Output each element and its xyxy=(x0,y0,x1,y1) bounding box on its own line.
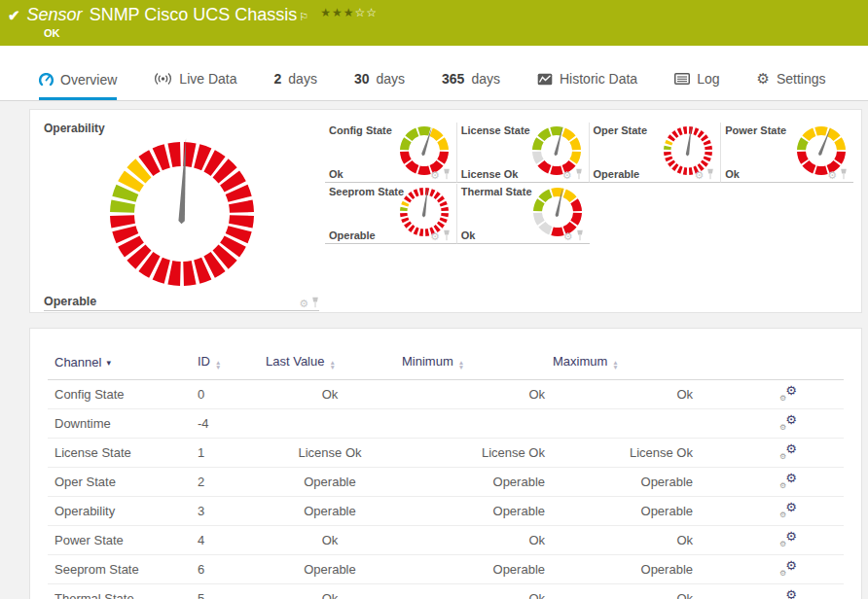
star-empty-icon[interactable]: ☆ xyxy=(355,6,367,19)
priority-stars[interactable]: ★★★☆☆ xyxy=(320,6,378,19)
channel-settings-icon[interactable]: ⚙⚙ xyxy=(779,443,797,459)
last-value-cell: Operable xyxy=(262,468,398,497)
tab-overview[interactable]: Overview xyxy=(39,72,117,101)
id-cell: 0 xyxy=(194,380,262,409)
star-filled-icon[interactable]: ★ xyxy=(332,6,344,19)
gauge-cell-power-state: Power StateOk⚙ xyxy=(721,123,853,183)
sort-icon[interactable]: ▲▼ xyxy=(458,360,464,370)
pin-icon[interactable] xyxy=(576,229,584,241)
minimum-cell: Ok xyxy=(398,380,549,409)
tab-label: days xyxy=(376,71,405,87)
pin-icon[interactable] xyxy=(840,168,848,180)
actions-cell: ⚙⚙ xyxy=(697,439,844,468)
star-empty-icon[interactable]: ☆ xyxy=(366,6,378,19)
id-cell: 4 xyxy=(194,526,262,555)
tab-label: days xyxy=(471,71,500,87)
live-data-icon xyxy=(154,72,172,86)
minimum-cell xyxy=(398,409,549,439)
channel-settings-icon[interactable]: ⚙⚙ xyxy=(779,473,797,488)
gauge-cell-oper-state: Oper StateOperable⚙ xyxy=(590,123,722,183)
channel-settings-icon[interactable]: ⚙⚙ xyxy=(779,414,797,430)
tab-range-number: 2 xyxy=(274,71,282,87)
channel-settings-icon[interactable]: ⚙⚙ xyxy=(779,385,797,401)
tab-label: days xyxy=(288,71,317,87)
last-value-cell: Operable xyxy=(262,555,398,584)
tab-log[interactable]: Log xyxy=(674,71,719,100)
maximum-cell: License Ok xyxy=(549,439,697,468)
gear-icon[interactable]: ⚙ xyxy=(430,170,440,180)
channels-panel: Channel▾ID▲▼Last Value▲▼Minimum▲▼Maximum… xyxy=(29,328,862,599)
gauge-value: Operable xyxy=(329,229,376,241)
maximum-cell xyxy=(549,409,697,439)
id-cell: 2 xyxy=(194,468,262,497)
pin-icon[interactable] xyxy=(706,168,714,180)
column-header-actions xyxy=(697,348,844,380)
pin-icon[interactable] xyxy=(443,168,451,180)
id-cell: 1 xyxy=(194,439,262,468)
tab-label: Live Data xyxy=(179,71,236,87)
table-row: License State1License OkLicense OkLicens… xyxy=(48,439,844,468)
channel-settings-icon[interactable]: ⚙⚙ xyxy=(779,560,797,576)
gear-icon[interactable]: ⚙ xyxy=(563,231,573,241)
actions-cell: ⚙⚙ xyxy=(697,584,844,599)
table-row: Operability3OperableOperableOperable⚙⚙ xyxy=(48,497,844,526)
channel-settings-icon[interactable]: ⚙⚙ xyxy=(779,589,797,599)
channel-cell[interactable]: Oper State xyxy=(48,468,194,497)
column-label: ID xyxy=(198,354,210,369)
sort-desc-icon[interactable]: ▾ xyxy=(106,358,111,368)
column-header-minimum[interactable]: Minimum▲▼ xyxy=(398,348,549,380)
tab-live-data[interactable]: Live Data xyxy=(154,71,236,100)
sort-icon[interactable]: ▲▼ xyxy=(612,360,618,370)
gauge-value: Ok xyxy=(461,229,476,241)
table-row: Config State0OkOkOk⚙⚙ xyxy=(48,380,844,409)
gauges-panel: Operability Operable ⚙ Config StateOk⚙Li… xyxy=(29,109,862,313)
sort-icon[interactable]: ▲▼ xyxy=(215,360,221,370)
channel-settings-icon[interactable]: ⚙⚙ xyxy=(779,502,797,517)
sort-icon[interactable]: ▲▼ xyxy=(329,360,335,370)
gear-icon[interactable]: ⚙ xyxy=(694,170,704,180)
actions-cell: ⚙⚙ xyxy=(697,380,844,409)
star-filled-icon[interactable]: ★ xyxy=(320,6,332,19)
flag-icon[interactable]: ⚐ xyxy=(299,11,308,23)
maximum-cell: Operable xyxy=(549,555,697,584)
gauge-value: Operable xyxy=(594,168,640,180)
pin-icon[interactable] xyxy=(443,229,451,241)
id-cell: 6 xyxy=(194,555,262,584)
channel-settings-icon[interactable]: ⚙⚙ xyxy=(779,531,797,546)
gear-icon[interactable]: ⚙ xyxy=(562,170,572,180)
channel-cell[interactable]: Downtime xyxy=(48,409,194,439)
channel-cell[interactable]: Config State xyxy=(48,380,194,409)
last-value-cell: Ok xyxy=(262,380,398,409)
column-header-last-value[interactable]: Last Value▲▼ xyxy=(262,348,398,380)
pin-icon[interactable] xyxy=(311,297,319,308)
channel-cell[interactable]: Operability xyxy=(48,497,194,526)
actions-cell: ⚙⚙ xyxy=(697,497,844,526)
channel-cell[interactable]: Seeprom State xyxy=(48,555,194,584)
column-header-id[interactable]: ID▲▼ xyxy=(194,348,262,380)
minimum-cell: Ok xyxy=(398,526,549,555)
channel-cell[interactable]: Thermal State xyxy=(48,584,194,599)
tab-365-days[interactable]: 365days xyxy=(442,71,500,100)
actions-cell: ⚙⚙ xyxy=(697,409,844,439)
table-row: Oper State2OperableOperableOperable⚙⚙ xyxy=(48,468,844,497)
tab-historic-data[interactable]: Historic Data xyxy=(537,71,637,100)
channel-cell[interactable]: Power State xyxy=(48,526,194,555)
minimum-cell: Ok xyxy=(398,584,549,599)
column-header-maximum[interactable]: Maximum▲▼ xyxy=(549,348,697,380)
gear-icon[interactable]: ⚙ xyxy=(827,170,837,180)
minimum-cell: License Ok xyxy=(398,439,549,468)
gear-icon[interactable]: ⚙ xyxy=(299,299,308,308)
tab-30-days[interactable]: 30days xyxy=(354,71,405,100)
column-header-channel[interactable]: Channel▾ xyxy=(48,348,194,380)
channel-cell[interactable]: License State xyxy=(48,439,194,468)
star-filled-icon[interactable]: ★ xyxy=(344,6,355,19)
primary-gauge-value: Operable xyxy=(44,295,96,308)
tab-settings[interactable]: ⚙Settings xyxy=(756,71,825,100)
gear-icon[interactable]: ⚙ xyxy=(430,231,440,241)
empty-cell xyxy=(721,184,853,244)
last-value-cell: Operable xyxy=(262,497,398,526)
tab-2-days[interactable]: 2days xyxy=(274,71,317,100)
tab-label: Log xyxy=(697,71,719,87)
pin-icon[interactable] xyxy=(575,168,583,180)
last-value-cell xyxy=(262,409,398,439)
